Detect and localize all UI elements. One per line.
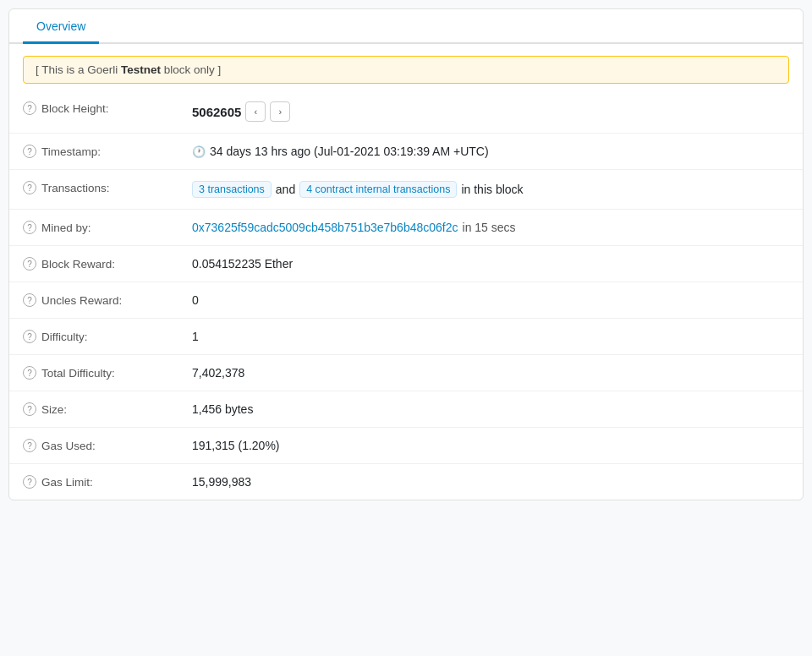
value-difficulty: 1 (192, 330, 789, 343)
label-difficulty: ? Difficulty: (23, 330, 192, 343)
prev-block-button[interactable]: ‹ (245, 101, 266, 122)
tab-bar: Overview (9, 9, 803, 44)
help-icon-total-difficulty[interactable]: ? (23, 366, 36, 380)
testnet-banner: [ This is a Goerli Testnet block only ] (23, 56, 789, 84)
value-mined-by: 0x73625f59cadc5009cb458b751b3e7b6b48c06f… (192, 221, 789, 234)
clock-icon: 🕐 (192, 145, 206, 158)
tx-internal-badge[interactable]: 4 contract internal transactions (299, 181, 457, 198)
help-icon-uncles-reward[interactable]: ? (23, 293, 36, 307)
row-size: ? Size: 1,456 bytes (9, 391, 803, 428)
tab-overview[interactable]: Overview (23, 9, 99, 44)
gas-limit-value: 15,999,983 (192, 475, 251, 489)
tx-suffix: in this block (461, 183, 523, 196)
row-difficulty: ? Difficulty: 1 (9, 319, 803, 355)
miner-address-link[interactable]: 0x73625f59cadc5009cb458b751b3e7b6b48c06f… (192, 221, 458, 234)
timestamp-value: 34 days 13 hrs ago (Jul-01-2021 03:19:39… (210, 145, 489, 158)
help-icon-transactions[interactable]: ? (23, 181, 36, 194)
help-icon-block-reward[interactable]: ? (23, 257, 36, 271)
help-icon-timestamp[interactable]: ? (23, 145, 36, 158)
block-overview-card: Overview [ This is a Goerli Testnet bloc… (8, 8, 804, 500)
label-total-difficulty: ? Total Difficulty: (23, 366, 192, 380)
value-transactions: 3 transactions and 4 contract internal t… (192, 181, 789, 198)
label-timestamp: ? Timestamp: (23, 145, 192, 158)
row-timestamp: ? Timestamp: 🕐 34 days 13 hrs ago (Jul-0… (9, 134, 803, 170)
value-gas-used: 191,315 (1.20%) (192, 439, 789, 452)
value-block-height: 5062605 ‹ › (192, 101, 789, 122)
row-uncles-reward: ? Uncles Reward: 0 (9, 282, 803, 319)
value-uncles-reward: 0 (192, 293, 789, 307)
block-reward-value: 0.054152235 Ether (192, 257, 293, 271)
label-gas-used: ? Gas Used: (23, 439, 192, 452)
row-gas-limit: ? Gas Limit: 15,999,983 (9, 464, 803, 500)
next-block-button[interactable]: › (270, 101, 290, 122)
help-icon-difficulty[interactable]: ? (23, 330, 36, 343)
help-icon-size[interactable]: ? (23, 402, 36, 416)
difficulty-value: 1 (192, 330, 199, 343)
total-difficulty-value: 7,402,378 (192, 366, 244, 380)
row-transactions: ? Transactions: 3 transactions and 4 con… (9, 170, 803, 210)
row-block-height: ? Block Height: 5062605 ‹ › (9, 90, 803, 134)
label-size: ? Size: (23, 402, 192, 416)
value-total-difficulty: 7,402,378 (192, 366, 789, 380)
label-block-reward: ? Block Reward: (23, 257, 192, 271)
row-gas-used: ? Gas Used: 191,315 (1.20%) (9, 428, 803, 464)
help-icon-gas-used[interactable]: ? (23, 439, 36, 452)
tx-count-badge[interactable]: 3 transactions (192, 181, 272, 198)
mined-suffix: in 15 secs (463, 221, 516, 234)
block-height-value: 5062605 (192, 105, 241, 119)
banner-network: Goerli (87, 63, 118, 76)
uncles-reward-value: 0 (192, 293, 199, 307)
banner-suffix: block only ] (161, 63, 221, 76)
label-mined-by: ? Mined by: (23, 221, 192, 234)
gas-used-value: 191,315 (1.20%) (192, 439, 280, 452)
help-icon-block-height[interactable]: ? (23, 101, 36, 115)
value-size: 1,456 bytes (192, 402, 789, 416)
help-icon-mined-by[interactable]: ? (23, 221, 36, 234)
info-table: ? Block Height: 5062605 ‹ › ? Timestamp:… (9, 90, 803, 500)
label-transactions: ? Transactions: (23, 181, 192, 194)
row-total-difficulty: ? Total Difficulty: 7,402,378 (9, 355, 803, 391)
value-gas-limit: 15,999,983 (192, 475, 789, 489)
label-uncles-reward: ? Uncles Reward: (23, 293, 192, 307)
value-block-reward: 0.054152235 Ether (192, 257, 789, 271)
tx-and-text: and (276, 183, 295, 196)
label-gas-limit: ? Gas Limit: (23, 475, 192, 489)
label-block-height: ? Block Height: (23, 101, 192, 115)
row-block-reward: ? Block Reward: 0.054152235 Ether (9, 246, 803, 282)
help-icon-gas-limit[interactable]: ? (23, 475, 36, 489)
size-value: 1,456 bytes (192, 402, 253, 416)
row-mined-by: ? Mined by: 0x73625f59cadc5009cb458b751b… (9, 210, 803, 246)
value-timestamp: 🕐 34 days 13 hrs ago (Jul-01-2021 03:19:… (192, 145, 789, 158)
banner-brand: Testnet (121, 63, 161, 76)
banner-prefix: [ This is a (36, 63, 87, 76)
